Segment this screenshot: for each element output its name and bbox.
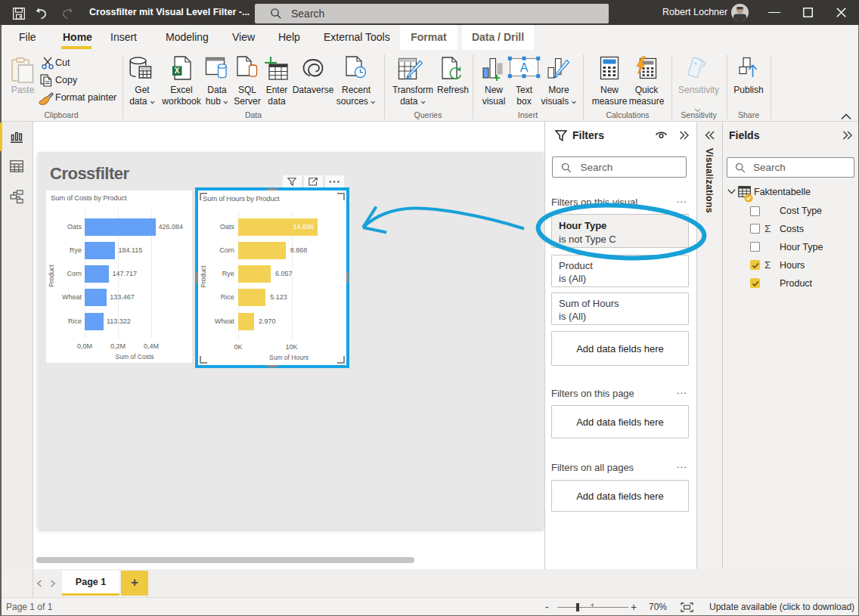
svg-text:A: A <box>520 61 529 74</box>
svg-text:X: X <box>175 67 180 75</box>
